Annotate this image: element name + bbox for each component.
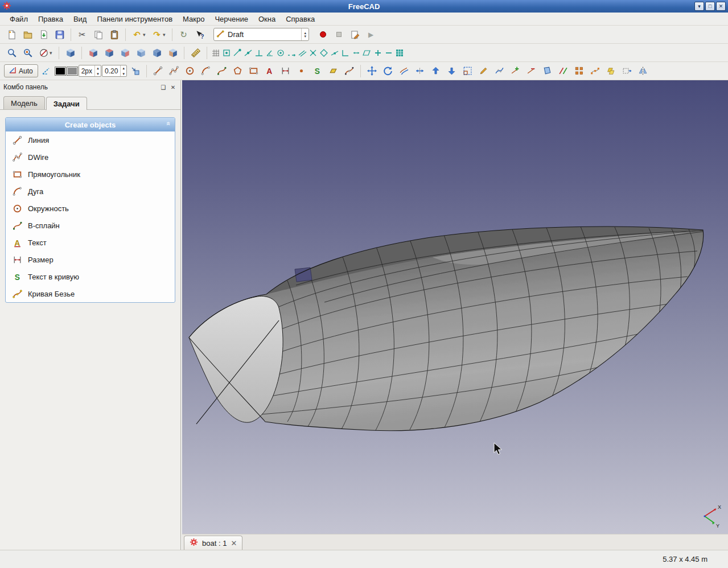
redo-dropdown-icon[interactable]: ▾ bbox=[163, 32, 168, 38]
undo-icon[interactable]: ↶ bbox=[129, 27, 145, 42]
array-icon[interactable] bbox=[571, 64, 587, 79]
menu-file[interactable]: Файл bbox=[5, 14, 33, 24]
draft-circle-icon[interactable] bbox=[182, 64, 198, 79]
new-document-icon[interactable] bbox=[4, 27, 19, 42]
undo-dropdown-icon[interactable]: ▾ bbox=[143, 32, 149, 38]
task-item-bspline[interactable]: B-сплайн bbox=[6, 217, 175, 234]
draft-point-icon[interactable] bbox=[294, 64, 309, 79]
task-item-circle[interactable]: Окружность bbox=[6, 200, 175, 217]
document-tab-boat[interactable]: boat : 1 ✕ bbox=[184, 536, 242, 550]
draft-rectangle-icon[interactable] bbox=[246, 64, 261, 79]
menu-edit[interactable]: Правка bbox=[33, 14, 68, 24]
snap-subtract-icon[interactable] bbox=[384, 48, 394, 58]
draft-line-icon[interactable] bbox=[150, 64, 166, 79]
title-bar[interactable]: FreeCAD ▾ □ ✕ bbox=[0, 0, 728, 13]
draft-scale-icon[interactable] bbox=[460, 64, 475, 79]
add-point-icon[interactable] bbox=[508, 64, 523, 79]
construction-mode-icon[interactable] bbox=[39, 64, 54, 79]
task-item-line[interactable]: Линия bbox=[6, 131, 175, 149]
fit-all-icon[interactable] bbox=[4, 46, 19, 60]
draft-facebinder-icon[interactable] bbox=[326, 64, 341, 79]
line-color-swatch[interactable] bbox=[55, 67, 66, 76]
apply-style-icon[interactable] bbox=[127, 64, 143, 79]
draft-offset-icon[interactable] bbox=[396, 64, 412, 79]
draft-text-icon[interactable]: A bbox=[262, 64, 277, 79]
face-color-swatch[interactable] bbox=[67, 67, 78, 76]
draft-bspline-icon[interactable] bbox=[214, 64, 229, 79]
tab-model[interactable]: Модель bbox=[3, 96, 45, 109]
draft-edit-icon[interactable] bbox=[476, 64, 491, 79]
left-view-icon[interactable] bbox=[165, 46, 180, 60]
3d-viewport[interactable]: X Y bbox=[182, 80, 728, 534]
macro-record-icon[interactable] bbox=[315, 27, 331, 42]
axonometric-view-icon[interactable] bbox=[63, 46, 78, 60]
dock-float-icon[interactable]: ❑ bbox=[159, 83, 167, 91]
mirror-icon[interactable] bbox=[635, 64, 651, 79]
snap-grid-filled-icon[interactable] bbox=[394, 48, 405, 58]
copy-icon[interactable] bbox=[91, 27, 106, 42]
task-item-arc[interactable]: Дуга bbox=[6, 183, 175, 200]
draft-rotate-icon[interactable] bbox=[380, 64, 396, 79]
macro-edit-icon[interactable] bbox=[347, 27, 363, 42]
snap-extension-icon[interactable] bbox=[286, 48, 297, 58]
working-plane-button[interactable]: Auto bbox=[4, 64, 38, 77]
snap-perpendicular-icon[interactable] bbox=[254, 48, 264, 58]
snap-special-icon[interactable] bbox=[319, 48, 329, 58]
top-view-icon[interactable] bbox=[101, 46, 117, 60]
workbench-selector[interactable]: Draft ▴▾ bbox=[213, 28, 309, 41]
snap-lock-icon[interactable] bbox=[221, 48, 232, 58]
whats-this-icon[interactable]: ? bbox=[192, 27, 207, 42]
snap-intersection-icon[interactable] bbox=[308, 48, 318, 58]
workbench-spinner-icon[interactable]: ▴▾ bbox=[301, 28, 306, 40]
line-width-spinner[interactable]: 2px ▲▼ bbox=[79, 65, 101, 77]
task-item-bezier[interactable]: Кривая Безье bbox=[6, 285, 175, 302]
stretch-icon[interactable] bbox=[619, 64, 635, 79]
import-icon[interactable] bbox=[36, 27, 51, 42]
boat-model[interactable]: X Y bbox=[182, 80, 728, 534]
scale-down-icon[interactable]: ▼ bbox=[121, 71, 126, 77]
collapse-icon[interactable]: « bbox=[165, 122, 173, 126]
snap-near-icon[interactable] bbox=[330, 48, 340, 58]
wire-to-bspline-icon[interactable] bbox=[492, 64, 507, 79]
toggle-grid-icon[interactable] bbox=[211, 48, 221, 58]
line-width-up-icon[interactable]: ▲ bbox=[95, 65, 101, 71]
create-objects-header[interactable]: Create objects « bbox=[6, 118, 175, 131]
task-item-dimension[interactable]: Размер bbox=[6, 251, 175, 268]
draft-to-sketch-icon[interactable] bbox=[556, 64, 571, 79]
rear-view-icon[interactable] bbox=[133, 46, 149, 60]
draft-dimension-icon[interactable] bbox=[278, 64, 293, 79]
snap-add-icon[interactable] bbox=[373, 48, 383, 58]
snap-angle-icon[interactable] bbox=[265, 48, 275, 58]
draft-move-icon[interactable] bbox=[364, 64, 380, 79]
snap-parallel-icon[interactable] bbox=[297, 48, 307, 58]
snap-endpoint-icon[interactable] bbox=[232, 48, 242, 58]
tab-close-icon[interactable]: ✕ bbox=[231, 539, 237, 548]
clone-icon[interactable] bbox=[603, 64, 619, 79]
task-item-shapestring[interactable]: S Текст в кривую bbox=[6, 268, 175, 285]
snap-working-plane-icon[interactable] bbox=[362, 48, 372, 58]
redo-icon[interactable]: ↷ bbox=[149, 27, 164, 42]
close-icon[interactable]: ✕ bbox=[716, 2, 726, 11]
snap-ortho-icon[interactable] bbox=[340, 48, 351, 58]
menu-help[interactable]: Справка bbox=[281, 14, 320, 24]
draft-shapestring-icon[interactable]: S bbox=[310, 64, 325, 79]
task-item-text[interactable]: A Текст bbox=[6, 234, 175, 251]
refresh-icon[interactable]: ↻ bbox=[176, 27, 191, 42]
draft-wire-icon[interactable] bbox=[166, 64, 182, 79]
task-item-dwire[interactable]: DWire bbox=[6, 149, 175, 166]
bottom-view-icon[interactable] bbox=[149, 46, 164, 60]
remove-point-icon[interactable] bbox=[524, 64, 539, 79]
fit-selection-icon[interactable] bbox=[20, 46, 35, 60]
menu-view[interactable]: Вид bbox=[68, 14, 92, 24]
menu-windows[interactable]: Окна bbox=[253, 14, 281, 24]
dock-close-icon[interactable]: ✕ bbox=[169, 83, 177, 91]
draft-polygon-icon[interactable] bbox=[230, 64, 245, 79]
minimize-icon[interactable]: ▾ bbox=[694, 2, 704, 11]
front-view-icon[interactable] bbox=[85, 46, 101, 60]
snap-dimensions-icon[interactable] bbox=[351, 48, 361, 58]
scale-spinner[interactable]: 0.20 ▲▼ bbox=[102, 65, 127, 77]
line-width-down-icon[interactable]: ▼ bbox=[95, 71, 101, 77]
draft-upgrade-icon[interactable] bbox=[428, 64, 443, 79]
path-array-icon[interactable] bbox=[587, 64, 603, 79]
draft-downgrade-icon[interactable] bbox=[444, 64, 459, 79]
